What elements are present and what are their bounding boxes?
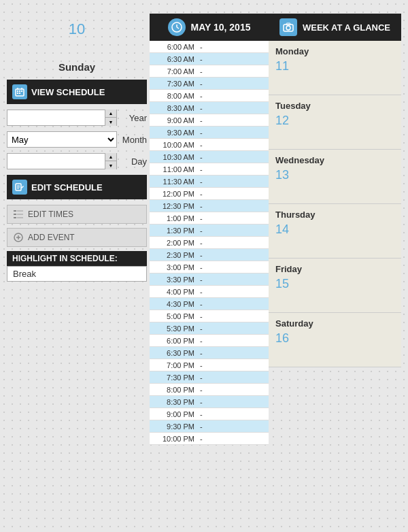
svg-rect-12 (14, 210, 16, 212)
time-label: 7:00 PM (150, 361, 197, 369)
week-day-number: 14 (275, 222, 394, 237)
year-spinner[interactable]: 2015 ▲ ▼ (7, 110, 117, 126)
time-content: - (197, 371, 269, 383)
time-label: 10:00 AM (150, 141, 197, 149)
week-day-name: Wednesday (275, 155, 394, 165)
time-label: 9:00 PM (150, 410, 197, 418)
time-content: - (197, 225, 269, 236)
edit-schedule-label: EDIT SCHEDULE (31, 182, 103, 193)
time-label: 2:00 PM (150, 239, 197, 247)
time-content: - (197, 396, 269, 408)
week-header-label: WEEK AT A GLANCE (303, 22, 390, 33)
time-row: 11:30 AM- (150, 176, 269, 188)
time-label: 9:00 AM (150, 116, 197, 124)
time-content: - (197, 335, 269, 346)
week-header: WEEK AT A GLANCE (269, 14, 401, 41)
week-day-name: Monday (275, 46, 394, 56)
time-row: 6:30 AM- (150, 53, 269, 65)
time-label: 8:30 AM (150, 104, 197, 112)
month-field-row: May Month (7, 131, 147, 148)
clock-icon (168, 18, 186, 36)
week-day-section: Monday11 (269, 41, 401, 95)
time-content: - (197, 200, 269, 212)
add-event-button[interactable]: ADD EVENT (7, 228, 147, 247)
time-content: - (197, 384, 269, 395)
main-container: 10 Sunday VIEW SCHEDULE 2015 (7, 14, 401, 518)
year-field-row: 2015 ▲ ▼ Year (7, 110, 147, 126)
time-label: 10:00 PM (150, 435, 197, 443)
day-field-row: 10 ▲ ▼ Day (7, 153, 147, 169)
time-content: - (197, 322, 269, 334)
time-content: - (197, 102, 269, 114)
highlight-value: Break (7, 266, 147, 282)
day-down-arrow[interactable]: ▼ (105, 161, 116, 169)
time-label: 4:30 PM (150, 300, 197, 308)
schedule-panel: MAY 10, 2015 6:00 AM-6:30 AM-7:00 AM-7:3… (150, 14, 269, 518)
time-row: 8:00 AM- (150, 90, 269, 102)
time-row: 1:30 PM- (150, 225, 269, 237)
time-label: 12:30 PM (150, 202, 197, 210)
edit-schedule-button[interactable]: EDIT SCHEDULE (7, 175, 147, 199)
week-day-section: Tuesday12 (269, 95, 401, 150)
time-row: 9:00 PM- (150, 408, 269, 420)
view-schedule-label: VIEW SCHEDULE (31, 87, 105, 97)
day-up-arrow[interactable]: ▲ (105, 153, 116, 161)
time-label: 2:30 PM (150, 251, 197, 259)
day-input[interactable]: 10 (7, 154, 105, 169)
time-row: 10:00 AM- (150, 139, 269, 151)
time-content: - (197, 65, 269, 77)
edit-sched-icon (12, 180, 27, 195)
year-label: Year (120, 113, 147, 123)
time-label: 1:00 PM (150, 214, 197, 222)
time-content: - (197, 151, 269, 163)
day-spinner[interactable]: 10 ▲ ▼ (7, 153, 117, 169)
time-label: 9:30 AM (150, 129, 197, 137)
time-label: 3:00 PM (150, 263, 197, 271)
view-schedule-button[interactable]: VIEW SCHEDULE (7, 80, 147, 104)
schedule-date: MAY 10, 2015 (191, 22, 251, 33)
time-row: 8:30 AM- (150, 102, 269, 114)
time-row: 7:00 PM- (150, 359, 269, 371)
year-arrows: ▲ ▼ (105, 110, 116, 126)
svg-rect-15 (17, 210, 23, 212)
month-select[interactable]: May (7, 132, 116, 147)
time-list: 6:00 AM-6:30 AM-7:00 AM-7:30 AM-8:00 AM-… (150, 41, 269, 445)
time-row: 8:30 PM- (150, 396, 269, 408)
time-content: - (197, 286, 269, 297)
time-label: 7:30 PM (150, 373, 197, 382)
time-row: 5:30 PM- (150, 322, 269, 335)
edit-times-icon (13, 209, 24, 220)
time-label: 6:30 AM (150, 55, 197, 63)
time-content: - (197, 237, 269, 248)
week-day-number: 13 (275, 168, 394, 182)
week-day-section: Wednesday13 (269, 150, 401, 204)
year-down-arrow[interactable]: ▼ (105, 118, 116, 126)
time-row: 8:00 PM- (150, 384, 269, 396)
time-content: - (197, 139, 269, 150)
svg-point-25 (286, 26, 290, 30)
week-day-name: Tuesday (275, 101, 394, 111)
time-row: 7:30 AM- (150, 78, 269, 90)
year-input[interactable]: 2015 (7, 110, 105, 125)
edit-times-button[interactable]: EDIT TIMES (7, 205, 147, 224)
time-label: 6:00 PM (150, 337, 197, 345)
week-day-section: Saturday16 (269, 313, 401, 367)
time-content: - (197, 310, 269, 322)
time-label: 1:30 PM (150, 227, 197, 235)
week-day-number: 11 (275, 59, 394, 73)
time-row: 2:00 PM- (150, 237, 269, 249)
time-label: 8:00 PM (150, 386, 197, 394)
time-label: 5:30 PM (150, 325, 197, 333)
time-row: 4:00 PM- (150, 286, 269, 298)
time-row: 6:30 PM- (150, 347, 269, 359)
time-content: - (197, 433, 269, 444)
selected-day-number: 10 (7, 14, 147, 41)
month-select-container[interactable]: May (7, 131, 117, 148)
edit-times-label: EDIT TIMES (28, 210, 73, 219)
highlight-label: HIGHLIGHT IN SCHEDULE: (7, 251, 147, 266)
year-up-arrow[interactable]: ▲ (105, 110, 116, 118)
time-content: - (197, 298, 269, 310)
time-row: 3:00 PM- (150, 261, 269, 273)
selected-day-name: Sunday (7, 41, 147, 80)
time-label: 5:00 PM (150, 312, 197, 320)
